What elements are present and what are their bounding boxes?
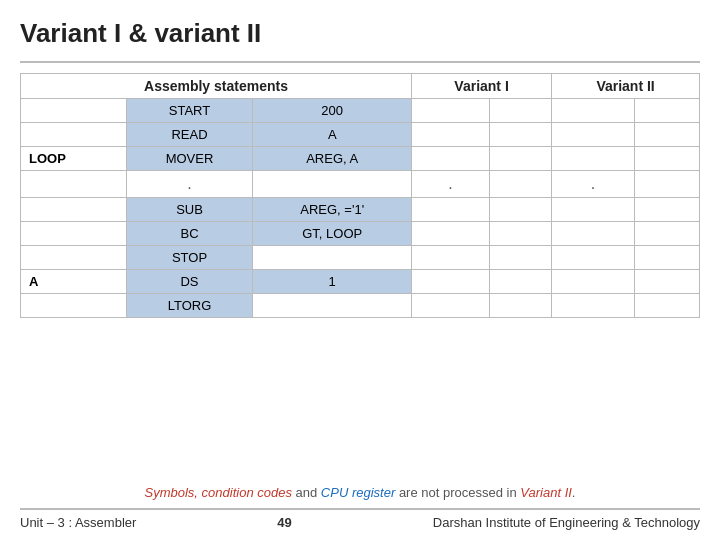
row-v2a bbox=[552, 147, 634, 171]
footer-not-processed: are not processed in bbox=[395, 485, 520, 500]
row-mnemonic: START bbox=[126, 99, 253, 123]
row-label bbox=[21, 123, 127, 147]
table-row: START 200 bbox=[21, 99, 700, 123]
row-v1a bbox=[412, 294, 490, 318]
header-variant-i: Variant I bbox=[412, 74, 552, 99]
row-operand: A bbox=[253, 123, 412, 147]
row-mnemonic: BC bbox=[126, 222, 253, 246]
row-v1b bbox=[490, 99, 552, 123]
row-v1a bbox=[412, 123, 490, 147]
header-variant-ii: Variant II bbox=[552, 74, 700, 99]
table-row: LTORG bbox=[21, 294, 700, 318]
title-divider bbox=[20, 61, 700, 63]
row-v2b bbox=[634, 222, 699, 246]
row-v1a bbox=[412, 198, 490, 222]
row-v2a bbox=[552, 270, 634, 294]
row-label bbox=[21, 171, 127, 198]
table-row: STOP bbox=[21, 246, 700, 270]
table-wrapper: Assembly statements Variant I Variant II… bbox=[20, 73, 700, 477]
table-row: READ A bbox=[21, 123, 700, 147]
row-v2a bbox=[552, 99, 634, 123]
row-label bbox=[21, 198, 127, 222]
row-v1a bbox=[412, 147, 490, 171]
row-operand bbox=[253, 294, 412, 318]
page-number: 49 bbox=[277, 515, 291, 530]
row-mnemonic: DS bbox=[126, 270, 253, 294]
table-row-dots: . . . bbox=[21, 171, 700, 198]
table-row: A DS 1 bbox=[21, 270, 700, 294]
row-v1a bbox=[412, 222, 490, 246]
footer-and: and bbox=[292, 485, 321, 500]
row-label bbox=[21, 294, 127, 318]
institute-label: Darshan Institute of Engineering & Techn… bbox=[433, 515, 700, 530]
footer-note: Symbols, condition codes and CPU registe… bbox=[20, 485, 700, 500]
row-v2b bbox=[634, 270, 699, 294]
table-row: LOOP MOVER AREG, A bbox=[21, 147, 700, 171]
row-v2b bbox=[634, 198, 699, 222]
row-label bbox=[21, 99, 127, 123]
row-v1b bbox=[490, 294, 552, 318]
row-v2a bbox=[552, 246, 634, 270]
row-operand: 200 bbox=[253, 99, 412, 123]
row-operand bbox=[253, 246, 412, 270]
footer-symbols: Symbols, condition codes bbox=[145, 485, 292, 500]
row-mnemonic: READ bbox=[126, 123, 253, 147]
row-v2b bbox=[634, 246, 699, 270]
row-v1b bbox=[490, 147, 552, 171]
row-mnemonic: LTORG bbox=[126, 294, 253, 318]
row-v2a bbox=[552, 198, 634, 222]
page-title: Variant I & variant II bbox=[20, 18, 700, 49]
table-header-row: Assembly statements Variant I Variant II bbox=[21, 74, 700, 99]
row-label: A bbox=[21, 270, 127, 294]
row-v1b bbox=[490, 198, 552, 222]
row-v2a bbox=[552, 294, 634, 318]
row-mnemonic: STOP bbox=[126, 246, 253, 270]
row-v2b bbox=[634, 294, 699, 318]
row-v1b bbox=[490, 171, 552, 198]
row-label bbox=[21, 222, 127, 246]
table-row: SUB AREG, ='1' bbox=[21, 198, 700, 222]
row-operand: AREG, ='1' bbox=[253, 198, 412, 222]
row-v1b bbox=[490, 222, 552, 246]
row-mnemonic: MOVER bbox=[126, 147, 253, 171]
footer-variant-ii: Variant II bbox=[520, 485, 572, 500]
unit-label: Unit – 3 : Assembler bbox=[20, 515, 136, 530]
row-v2b bbox=[634, 147, 699, 171]
row-v2a bbox=[552, 123, 634, 147]
row-v1b bbox=[490, 246, 552, 270]
header-assembly: Assembly statements bbox=[21, 74, 412, 99]
row-v1a bbox=[412, 99, 490, 123]
page: Variant I & variant II Assembly statemen… bbox=[0, 0, 720, 540]
row-label: LOOP bbox=[21, 147, 127, 171]
row-v1a bbox=[412, 246, 490, 270]
row-v2a bbox=[552, 222, 634, 246]
main-table: Assembly statements Variant I Variant II… bbox=[20, 73, 700, 318]
row-v2b bbox=[634, 99, 699, 123]
row-operand bbox=[253, 171, 412, 198]
row-dot: . bbox=[126, 171, 253, 198]
row-operand: 1 bbox=[253, 270, 412, 294]
footer-period: . bbox=[572, 485, 576, 500]
row-v1b bbox=[490, 270, 552, 294]
row-v1a bbox=[412, 270, 490, 294]
row-v2a: . bbox=[552, 171, 634, 198]
row-operand: AREG, A bbox=[253, 147, 412, 171]
footer-cpu: CPU register bbox=[321, 485, 395, 500]
bottom-bar: Unit – 3 : Assembler 49 Darshan Institut… bbox=[20, 508, 700, 530]
row-v1a: . bbox=[412, 171, 490, 198]
row-v2b bbox=[634, 171, 699, 198]
table-row: BC GT, LOOP bbox=[21, 222, 700, 246]
row-mnemonic: SUB bbox=[126, 198, 253, 222]
row-v2b bbox=[634, 123, 699, 147]
row-v1b bbox=[490, 123, 552, 147]
row-label bbox=[21, 246, 127, 270]
row-operand: GT, LOOP bbox=[253, 222, 412, 246]
